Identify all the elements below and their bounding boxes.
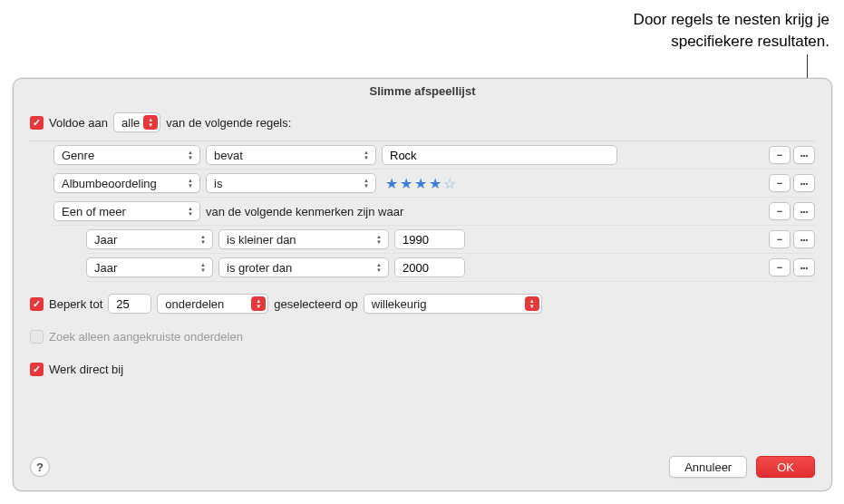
rule-field-value: Genre bbox=[62, 149, 94, 162]
rules-list: Genre ▲▼ bevat ▲▼ Albumbeoordeling bbox=[30, 141, 815, 282]
live-updating-label: Werk direct bij bbox=[49, 363, 123, 376]
limit-unit-value: onderdelen bbox=[165, 297, 224, 311]
star-icon: ☆ bbox=[443, 175, 458, 192]
chevron-updown-icon: ▲▼ bbox=[143, 115, 158, 130]
star-icon: ★ bbox=[414, 175, 429, 192]
rule-options-button[interactable] bbox=[793, 230, 815, 248]
chevron-updown-icon: ▲▼ bbox=[359, 148, 373, 162]
cancel-button[interactable]: Annuleer bbox=[669, 456, 747, 478]
rule-operator-value: bevat bbox=[214, 149, 243, 162]
remove-rule-button[interactable] bbox=[769, 174, 791, 192]
smart-playlist-dialog: Slimme afspeellijst Voldoe aan alle ▲▼ v… bbox=[13, 78, 832, 491]
rule-field-value: Jaar bbox=[94, 261, 117, 275]
rule-operator-select[interactable]: is kleiner dan ▲▼ bbox=[218, 229, 389, 249]
limit-selected-by-label: geselecteerd op bbox=[274, 297, 358, 311]
star-icon: ★ bbox=[400, 175, 414, 192]
rule-row: Genre ▲▼ bevat ▲▼ bbox=[53, 141, 815, 170]
chevron-updown-icon: ▲▼ bbox=[183, 176, 198, 190]
rule-options-button[interactable] bbox=[793, 258, 815, 276]
annotation-line-2: specifiekere resultaten. bbox=[634, 31, 829, 53]
match-rules-checkbox[interactable] bbox=[30, 116, 44, 130]
chevron-updown-icon: ▲▼ bbox=[372, 260, 386, 275]
ok-button[interactable]: OK bbox=[756, 456, 815, 478]
annotation-line-1: Door regels te nesten krijg je bbox=[634, 9, 829, 31]
rule-group-suffix-label: van de volgende kenmerken zijn waar bbox=[206, 205, 403, 218]
star-icon: ★ bbox=[385, 175, 400, 192]
remove-rule-button[interactable] bbox=[769, 230, 791, 248]
limit-selected-by-select[interactable]: willekeurig ▲▼ bbox=[364, 294, 542, 314]
rule-field-select[interactable]: Jaar ▲▼ bbox=[86, 257, 213, 277]
rule-operator-select[interactable]: bevat ▲▼ bbox=[206, 145, 376, 165]
rule-field-value: Albumbeoordeling bbox=[62, 177, 157, 190]
remove-rule-button[interactable] bbox=[769, 202, 791, 220]
only-checked-items-label: Zoek alleen aangekruiste onderdelen bbox=[49, 330, 243, 344]
chevron-updown-icon: ▲▼ bbox=[251, 296, 266, 311]
remove-rule-button[interactable] bbox=[769, 146, 791, 164]
rule-options-button[interactable] bbox=[793, 146, 815, 164]
star-icon: ★ bbox=[429, 175, 443, 192]
chevron-updown-icon: ▲▼ bbox=[183, 148, 198, 162]
rule-group-header: Een of meer ▲▼ van de volgende kenmerken… bbox=[53, 198, 815, 226]
rule-options-button[interactable] bbox=[793, 202, 815, 220]
rule-group-quantifier-select[interactable]: Een of meer ▲▼ bbox=[53, 201, 200, 221]
match-prefix-label: Voldoe aan bbox=[49, 116, 108, 130]
chevron-updown-icon: ▲▼ bbox=[372, 232, 386, 247]
remove-rule-button[interactable] bbox=[769, 258, 791, 276]
rule-value-stars[interactable]: ★ ★ ★ ★ ☆ bbox=[382, 175, 458, 192]
only-checked-items-checkbox bbox=[30, 330, 44, 344]
chevron-updown-icon: ▲▼ bbox=[196, 260, 210, 275]
rule-row: Jaar ▲▼ is groter dan ▲▼ bbox=[86, 254, 815, 282]
rule-row: Albumbeoordeling ▲▼ is ▲▼ ★ ★ ★ ★ ☆ bbox=[53, 170, 815, 198]
rule-field-select[interactable]: Albumbeoordeling ▲▼ bbox=[53, 173, 200, 193]
rule-operator-select[interactable]: is groter dan ▲▼ bbox=[218, 257, 389, 277]
rule-row: Jaar ▲▼ is kleiner dan ▲▼ bbox=[86, 226, 815, 254]
rule-operator-value: is kleiner dan bbox=[227, 233, 296, 247]
rule-field-select[interactable]: Jaar ▲▼ bbox=[86, 229, 213, 249]
chevron-updown-icon: ▲▼ bbox=[196, 232, 210, 247]
live-updating-checkbox[interactable] bbox=[30, 363, 44, 376]
rule-operator-value: is groter dan bbox=[227, 261, 292, 275]
limit-unit-select[interactable]: onderdelen ▲▼ bbox=[157, 294, 268, 314]
limit-checkbox[interactable] bbox=[30, 297, 44, 311]
match-quantifier-value: alle bbox=[121, 116, 140, 130]
help-button[interactable]: ? bbox=[30, 457, 50, 477]
rule-operator-select[interactable]: is ▲▼ bbox=[206, 173, 376, 193]
rule-options-button[interactable] bbox=[793, 174, 815, 192]
rule-operator-value: is bbox=[214, 177, 222, 190]
annotation-text: Door regels te nesten krijg je specifiek… bbox=[634, 9, 829, 53]
rule-field-value: Jaar bbox=[94, 233, 117, 247]
dialog-title: Slimme afspeellijst bbox=[14, 79, 831, 102]
rule-value-input[interactable] bbox=[394, 229, 465, 249]
match-quantifier-select[interactable]: alle ▲▼ bbox=[113, 112, 160, 132]
limit-value-input[interactable] bbox=[108, 294, 151, 314]
rule-value-input[interactable] bbox=[394, 257, 465, 277]
limit-label: Beperk tot bbox=[49, 297, 102, 311]
rule-group-quantifier-value: Een of meer bbox=[62, 205, 126, 218]
chevron-updown-icon: ▲▼ bbox=[359, 176, 373, 190]
chevron-updown-icon: ▲▼ bbox=[525, 296, 539, 311]
chevron-updown-icon: ▲▼ bbox=[183, 204, 198, 218]
match-suffix-label: van de volgende regels: bbox=[166, 116, 291, 130]
rule-value-input[interactable] bbox=[382, 145, 617, 165]
limit-selected-by-value: willekeurig bbox=[372, 297, 427, 311]
rule-field-select[interactable]: Genre ▲▼ bbox=[53, 145, 200, 165]
